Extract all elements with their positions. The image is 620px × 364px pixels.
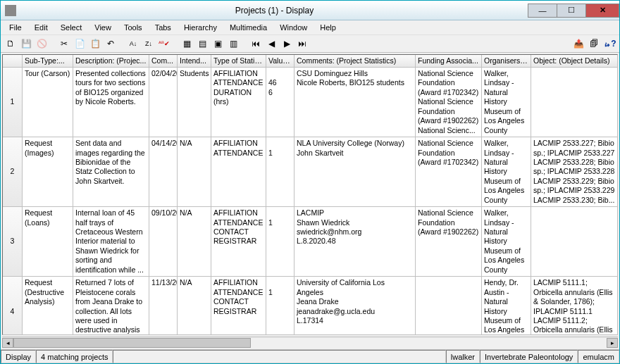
column-header[interactable]: Description: (Projec... [73, 55, 149, 68]
column-header[interactable]: Type of Statis... [211, 55, 266, 68]
copy-doc-icon[interactable]: 🗐 [587, 37, 601, 51]
maximize-button[interactable]: ☐ [557, 4, 586, 18]
column-header[interactable]: Organisers:... [482, 55, 531, 68]
cell-description[interactable]: Presented collections tours for two sect… [73, 68, 149, 137]
copy-icon[interactable]: 📄 [73, 37, 87, 51]
view-d-icon[interactable]: ▥ [226, 37, 240, 51]
spellcheck-icon[interactable]: ᴬᴮ✔ [157, 37, 171, 51]
column-header[interactable]: Funding Associa... [416, 55, 482, 68]
sort-asc-icon[interactable]: A↓ [126, 37, 140, 51]
column-header[interactable]: Intend... [178, 55, 211, 68]
minimize-button[interactable]: — [528, 4, 557, 18]
menu-hierarchy[interactable]: Hierarchy [178, 22, 223, 33]
cell-description[interactable]: Returned 7 lots of Pleistocene corals fr… [73, 277, 149, 335]
cell-com[interactable]: 04/14/2020 [149, 137, 178, 207]
nav-prev-icon[interactable]: ◀ [264, 37, 278, 51]
scroll-thumb[interactable] [13, 338, 251, 348]
nav-first-icon[interactable]: ⏮ [249, 37, 263, 51]
cell-value[interactable]: 1 [266, 137, 294, 207]
data-grid[interactable]: Sub-Type:...Description: (Projec...Com..… [3, 55, 618, 335]
row-header[interactable]: 3 [3, 207, 23, 277]
app-icon [5, 5, 16, 16]
status-user: lwalker [446, 350, 480, 363]
cell-intend[interactable]: N/A [178, 137, 211, 207]
scroll-left-icon[interactable]: ◂ [2, 338, 13, 348]
column-header[interactable] [3, 55, 23, 68]
cell-funding[interactable]: National Science Foundation (Award #1702… [416, 68, 482, 137]
grid-container: Sub-Type:...Description: (Projec...Com..… [2, 54, 618, 335]
view-b-icon[interactable]: ▤ [195, 37, 209, 51]
row-header[interactable]: 1 [3, 68, 23, 137]
column-header[interactable]: Value... [266, 55, 294, 68]
cell-object[interactable] [531, 68, 618, 137]
cell-value[interactable]: 1 [266, 277, 294, 335]
cell-organisers[interactable]: Walker, Lindsay - Natural History Museum… [482, 207, 531, 277]
cell-organisers[interactable]: Hendy, Dr. Austin - Natural History Muse… [482, 277, 531, 335]
cell-subtype[interactable]: Request (Images) [23, 137, 73, 207]
cell-funding[interactable]: National Science Foundation (Award #1702… [416, 137, 482, 207]
column-header[interactable]: Com... [149, 55, 178, 68]
column-header[interactable]: Sub-Type:... [23, 55, 73, 68]
cell-intend[interactable]: Students [178, 68, 211, 137]
nav-last-icon[interactable]: ⏭ [295, 37, 309, 51]
cell-value[interactable]: 46 6 [266, 68, 294, 137]
undo-icon[interactable]: ↶ [104, 37, 118, 51]
column-header[interactable]: Object: (Object Details) [531, 55, 618, 68]
cell-comments[interactable]: University of California Los Angeles Jea… [294, 277, 416, 335]
row-header[interactable]: 2 [3, 137, 23, 207]
menu-window[interactable]: Window [274, 22, 313, 33]
menu-tabs[interactable]: Tabs [149, 22, 177, 33]
cell-value[interactable]: 1 [266, 207, 294, 277]
row-header[interactable]: 4 [3, 277, 23, 335]
cell-type[interactable]: AFFILIATION ATTENDANCE CONTACT REGISTRAR [211, 277, 266, 335]
close-button[interactable]: ✕ [585, 4, 619, 18]
cell-funding[interactable]: National Science Foundation (Award #1902… [416, 207, 482, 277]
cell-intend[interactable]: N/A [178, 207, 211, 277]
view-a-icon[interactable]: ▦ [180, 37, 194, 51]
new-icon[interactable]: 🗋 [4, 37, 18, 51]
cell-object[interactable]: LACMIP 2533.227; Bibio sp.; IPLACMIP 253… [531, 137, 618, 207]
cell-comments[interactable]: LACMIP Shawn Wiedrick swiedrick@nhm.org … [294, 207, 416, 277]
sort-desc-icon[interactable]: Z↓ [142, 37, 156, 51]
cancel-icon[interactable]: 🚫 [35, 37, 49, 51]
window-controls: — ☐ ✕ [528, 4, 619, 18]
column-header[interactable]: Comments: (Project Statistics) [294, 55, 416, 68]
menu-file[interactable]: File [4, 22, 27, 33]
cell-intend[interactable]: N/A [178, 277, 211, 335]
cell-com[interactable]: 02/04/2020 [149, 68, 178, 137]
cell-comments[interactable]: CSU Dominguez Hills Nicole Roberts, BIO1… [294, 68, 416, 137]
cell-subtype[interactable]: Tour (Carson) [23, 68, 73, 137]
scroll-right-icon[interactable]: ▸ [607, 338, 618, 348]
menu-view[interactable]: View [89, 22, 117, 33]
cell-type[interactable]: AFFILIATION ATTENDANCE DURATION (hrs) [211, 68, 266, 137]
cut-icon[interactable]: ✂ [57, 37, 71, 51]
contexthelp-icon[interactable]: ⭟? [602, 37, 616, 51]
cell-organisers[interactable]: Walker, Lindsay - Natural History Museum… [482, 137, 531, 207]
horizontal-scrollbar[interactable]: ◂ ▸ [2, 337, 618, 348]
save-icon[interactable]: 💾 [19, 37, 33, 51]
cell-object[interactable]: LACMIP 5111.1; Orbicella annularis (Elli… [531, 277, 618, 335]
menu-help[interactable]: Help [314, 22, 342, 33]
cell-description[interactable]: Sent data and images regarding the Bibio… [73, 137, 149, 207]
cell-subtype[interactable]: Request (Loans) [23, 207, 73, 277]
cell-comments[interactable]: NLA University College (Norway) John Ska… [294, 137, 416, 207]
paste-icon[interactable]: 📋 [88, 37, 102, 51]
cell-com[interactable]: 11/13/2020 [149, 277, 178, 335]
cell-subtype[interactable]: Request (Destructive Analysis) [23, 277, 73, 335]
cell-type[interactable]: AFFILIATION ATTENDANCE [211, 137, 266, 207]
cell-organisers[interactable]: Walker, Lindsay - Natural History Museum… [482, 68, 531, 137]
cell-description[interactable]: Internal loan of 45 half trays of Cretac… [73, 207, 149, 277]
view-c-icon[interactable]: ▣ [211, 37, 225, 51]
cell-object[interactable] [531, 207, 618, 277]
cell-com[interactable]: 09/10/2020 [149, 207, 178, 277]
cell-funding[interactable] [416, 277, 482, 335]
nav-next-icon[interactable]: ▶ [280, 37, 294, 51]
menu-tools[interactable]: Tools [118, 22, 148, 33]
menu-multimedia[interactable]: Multimedia [224, 22, 273, 33]
menu-select[interactable]: Select [55, 22, 88, 33]
scroll-track[interactable] [13, 338, 607, 348]
menu-edit[interactable]: Edit [29, 22, 54, 33]
export-icon[interactable]: 📤 [571, 37, 585, 51]
status-db: emulacm [578, 350, 619, 363]
cell-type[interactable]: AFFILIATION ATTENDANCE CONTACT REGISTRAR [211, 207, 266, 277]
